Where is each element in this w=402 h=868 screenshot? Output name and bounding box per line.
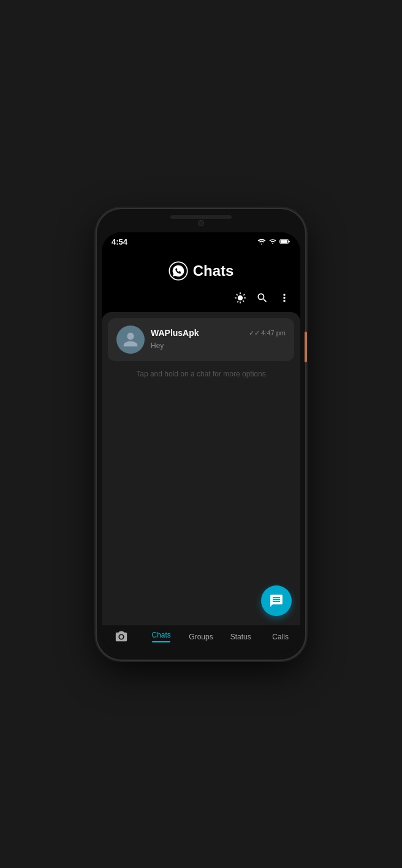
- phone-frame: 4:54: [97, 209, 305, 660]
- chat-name: WAPlusApk: [151, 328, 199, 338]
- phone-side-button: [305, 332, 307, 362]
- menu-icon[interactable]: [278, 292, 290, 307]
- new-chat-icon: [269, 593, 284, 608]
- nav-item-calls[interactable]: Calls: [260, 633, 300, 641]
- nav-item-chats[interactable]: Chats: [142, 631, 181, 642]
- signal-icon: [268, 238, 277, 245]
- toolbar: [102, 287, 300, 312]
- svg-rect-2: [281, 240, 288, 243]
- wifi-icon: [257, 238, 266, 245]
- chat-info: WAPlusApk ✓✓ 4:47 pm Hey: [151, 328, 286, 351]
- phone-notch: [170, 215, 232, 219]
- phone-screen: 4:54: [102, 232, 300, 652]
- app-title: Chats: [193, 262, 234, 280]
- nav-item-status[interactable]: Status: [221, 633, 260, 641]
- read-receipt-icon: ✓✓: [249, 329, 260, 337]
- app-header: Chats: [102, 249, 300, 287]
- status-icons: [257, 238, 290, 245]
- nav-status-label: Status: [230, 633, 251, 641]
- svg-rect-1: [289, 241, 290, 243]
- new-chat-fab[interactable]: [261, 585, 292, 616]
- chat-list-area: WAPlusApk ✓✓ 4:47 pm Hey Tap and hold on…: [102, 312, 300, 625]
- camera-icon: [115, 630, 128, 644]
- phone-camera: [198, 220, 204, 226]
- status-bar: 4:54: [102, 232, 300, 249]
- nav-chats-label: Chats: [152, 631, 171, 639]
- search-icon[interactable]: [256, 292, 268, 307]
- status-time: 4:54: [112, 237, 127, 246]
- nav-groups-label: Groups: [189, 633, 213, 641]
- avatar: [116, 326, 145, 354]
- bottom-nav: Chats Groups Status Calls: [102, 625, 300, 652]
- nav-item-camera[interactable]: [102, 630, 142, 644]
- nav-item-groups[interactable]: Groups: [181, 633, 221, 641]
- nav-calls-label: Calls: [272, 633, 289, 641]
- chat-time: ✓✓ 4:47 pm: [249, 329, 286, 337]
- app-title-row: Chats: [169, 261, 234, 281]
- chat-item[interactable]: WAPlusApk ✓✓ 4:47 pm Hey: [108, 318, 294, 361]
- nav-active-underline: [152, 641, 170, 642]
- hint-text: Tap and hold on a chat for more options: [102, 370, 300, 378]
- chat-name-row: WAPlusApk ✓✓ 4:47 pm: [151, 328, 286, 338]
- theme-toggle-icon[interactable]: [234, 292, 246, 307]
- chat-preview: Hey: [151, 341, 164, 350]
- whatsapp-logo-icon: [169, 261, 188, 281]
- battery-icon: [279, 238, 290, 245]
